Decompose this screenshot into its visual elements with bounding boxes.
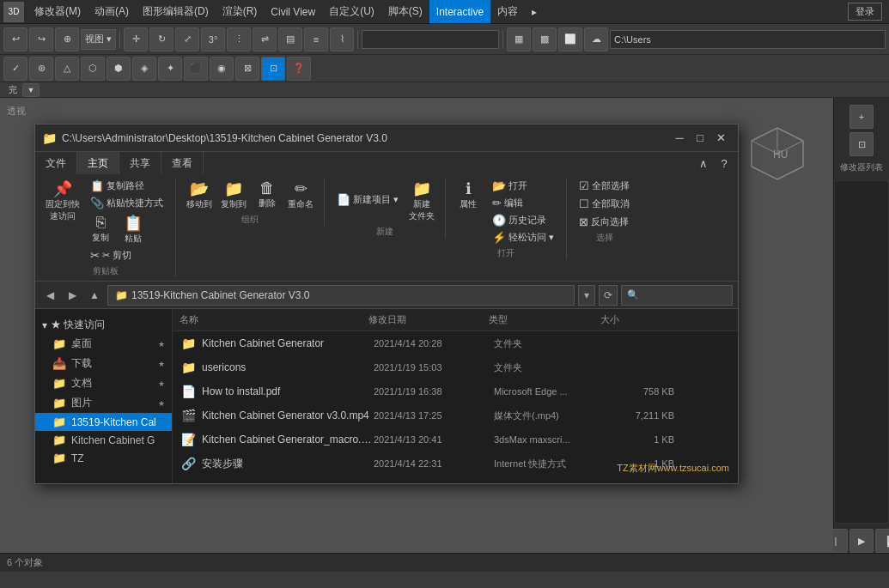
select-all-button[interactable]: ☑ 全部选择: [574, 178, 635, 194]
file-row-4[interactable]: 📝 Kitchen Cabinet Generator_macro.ms 202…: [173, 427, 738, 452]
tab-file[interactable]: 文件: [35, 152, 77, 174]
menu-item-graph-editor[interactable]: 图形编辑器(D): [136, 0, 216, 23]
refresh-button[interactable]: ⟳: [599, 285, 618, 306]
cut-button[interactable]: ✂ ✂ 剪切: [85, 247, 168, 264]
sidebar-item-downloads[interactable]: 📥 下载 ★: [35, 354, 172, 373]
tb2-btn6[interactable]: ◈: [132, 57, 156, 81]
move-button[interactable]: ✛: [124, 27, 148, 52]
sidebar-item-pictures[interactable]: 📁 图片 ★: [35, 393, 172, 413]
undo-button[interactable]: ↩: [3, 27, 27, 52]
paste-button[interactable]: 📋 粘贴: [118, 212, 149, 246]
file-row-2[interactable]: 📄 How to install.pdf 2021/1/19 16:38 Mic…: [173, 379, 738, 403]
layer-manager[interactable]: ≡: [304, 27, 328, 52]
login-button[interactable]: 登录: [848, 3, 882, 21]
minimize-button[interactable]: ─: [669, 128, 690, 149]
tab-share[interactable]: 共享: [119, 152, 161, 174]
extra-btn[interactable]: ▼: [22, 83, 40, 97]
view-dropdown[interactable]: 视图 ▾: [81, 29, 116, 50]
maximize-button[interactable]: □: [690, 128, 710, 149]
close-button[interactable]: ✕: [710, 128, 731, 149]
col-size-header[interactable]: 大小: [600, 313, 669, 326]
tb2-btn5[interactable]: ⬢: [107, 57, 131, 81]
rotate-button[interactable]: ↻: [149, 27, 174, 52]
file-row-0[interactable]: 📁 Kitchen Cabinet Generator 2021/4/14 20…: [173, 331, 738, 355]
coordinate-input[interactable]: [362, 30, 499, 49]
menu-item-more[interactable]: ▸: [525, 0, 544, 23]
render-setup[interactable]: ▩: [533, 27, 557, 52]
sidebar-item-tz[interactable]: 📁 TZ: [35, 449, 172, 467]
sidebar-item-13519[interactable]: 📁 13519-Kitchen Cal: [35, 413, 172, 431]
menu-item-animation[interactable]: 动画(A): [88, 0, 136, 23]
copy-path-button[interactable]: 📋 复制路径: [85, 178, 168, 194]
easy-access-button[interactable]: ⚡ 轻松访问 ▾: [487, 229, 559, 246]
history-button[interactable]: 🕐 历史记录: [487, 212, 559, 228]
sidebar-item-desktop[interactable]: 📁 桌面 ★: [35, 334, 172, 354]
menu-item-modifier[interactable]: 修改器(M): [27, 0, 88, 23]
mirror-button[interactable]: ⇌: [253, 27, 277, 52]
col-name-header[interactable]: 名称: [180, 313, 368, 326]
panel-btn2[interactable]: ⊡: [849, 132, 874, 156]
environment[interactable]: ☁: [584, 27, 608, 52]
move-to-button[interactable]: 📂 移动到: [183, 178, 216, 212]
menu-item-content[interactable]: 内容: [490, 0, 525, 23]
tb2-btn2[interactable]: ⊛: [29, 57, 53, 81]
open-button[interactable]: 📂 打开: [487, 178, 559, 194]
tb2-btn4[interactable]: ⬡: [81, 57, 105, 81]
pin-button[interactable]: 📌 固定到快速访问: [42, 178, 83, 264]
file-row-3[interactable]: 🎬 Kitchen Cabinet Generator v3.0.mp4 202…: [173, 403, 738, 427]
panel-bottom-btn2[interactable]: ▶: [849, 529, 874, 553]
tab-home[interactable]: 主页: [77, 152, 119, 174]
file-row-1[interactable]: 📁 usericons 2021/1/19 15:03 文件夹: [173, 355, 738, 379]
select-button[interactable]: ⊕: [55, 27, 79, 52]
address-path[interactable]: 📁 13519-Kitchen Cabinet Generator V3.0: [107, 285, 575, 306]
col-date-header[interactable]: 修改日期: [368, 313, 489, 326]
tb2-btn10[interactable]: ⊠: [235, 57, 259, 81]
quick-access-header[interactable]: ▾ ★ 快速访问: [35, 316, 172, 334]
scale-button[interactable]: ⤢: [175, 27, 199, 52]
address-dropdown[interactable]: ▾: [578, 285, 595, 306]
rename-button[interactable]: ✏ 重命名: [284, 178, 317, 212]
curve-editor[interactable]: ⌇: [330, 27, 354, 52]
render-button[interactable]: ▦: [507, 27, 531, 52]
edit-button[interactable]: ✏ 编辑: [487, 195, 559, 211]
tb2-btn9[interactable]: ◉: [210, 57, 234, 81]
copy-to-button[interactable]: 📁 复制到: [217, 178, 250, 212]
select-scale[interactable]: 3°: [201, 27, 225, 52]
redo-button[interactable]: ↪: [29, 27, 53, 52]
menu-item-civil[interactable]: Civil View: [264, 0, 322, 23]
deselect-all-button[interactable]: ☐ 全部取消: [574, 196, 635, 212]
menu-item-script[interactable]: 脚本(S): [381, 0, 429, 23]
menu-item-customize[interactable]: 自定义(U): [322, 0, 381, 23]
tb2-btn7[interactable]: ✦: [158, 57, 182, 81]
tb2-btn1[interactable]: ✓: [3, 57, 27, 81]
help-button[interactable]: ?: [714, 153, 734, 173]
back-button[interactable]: ◀: [40, 286, 59, 305]
explorer-title: C:\Users\Administrator\Desktop\13519-Kit…: [62, 132, 669, 144]
delete-button[interactable]: 🗑 删除: [252, 178, 283, 212]
up-button[interactable]: ▲: [85, 286, 104, 305]
tab-view[interactable]: 查看: [161, 152, 204, 174]
snap-toggle[interactable]: ⋮: [227, 27, 251, 52]
col-type-header[interactable]: 类型: [489, 313, 600, 326]
paste-shortcut-button[interactable]: 📎 粘贴快捷方式: [85, 195, 168, 211]
rendered-frame[interactable]: ⬜: [558, 27, 582, 52]
search-box[interactable]: 🔍: [621, 285, 733, 306]
menu-item-interactive[interactable]: Interactive: [429, 0, 490, 23]
tb2-btn12[interactable]: ❓: [287, 57, 311, 81]
panel-bottom-btn3[interactable]: ▐: [875, 529, 889, 553]
align-button[interactable]: ▤: [278, 27, 302, 52]
sidebar-item-documents[interactable]: 📁 文档 ★: [35, 373, 172, 393]
invert-select-button[interactable]: ⊠ 反向选择: [574, 214, 635, 230]
ribbon-collapse[interactable]: ∧: [693, 153, 714, 173]
properties-button[interactable]: ℹ 属性: [453, 178, 484, 246]
menu-item-render[interactable]: 渲染(R): [216, 0, 265, 23]
tb2-btn8[interactable]: ⬛: [184, 57, 208, 81]
panel-btn1[interactable]: +: [849, 105, 874, 129]
tb2-btn11[interactable]: ⊡: [261, 57, 285, 81]
sidebar-item-kcg[interactable]: 📁 Kitchen Cabinet G: [35, 431, 172, 449]
new-folder-button[interactable]: 📁 新建文件夹: [405, 178, 438, 224]
tb2-btn3[interactable]: △: [55, 57, 79, 81]
copy-button[interactable]: ⎘ 复制: [85, 212, 116, 246]
new-item-button[interactable]: 📄 新建项目 ▾: [332, 178, 404, 221]
forward-button[interactable]: ▶: [63, 286, 82, 305]
